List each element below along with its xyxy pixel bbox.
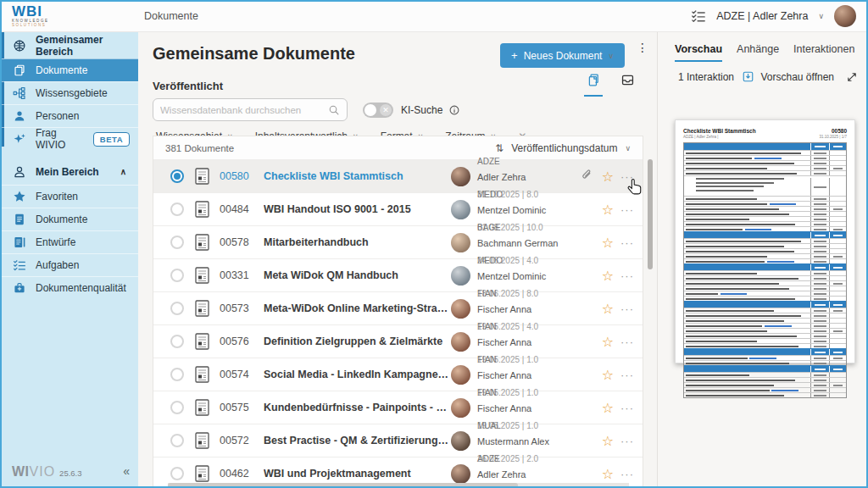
main-content: Gemeinsame Dokumente + Neues Dokument ∨ … <box>138 32 657 488</box>
document-title[interactable]: Mitarbeiterhandbuch <box>264 236 451 248</box>
row-menu-button[interactable]: ··· <box>619 203 636 216</box>
sidebar-section-header[interactable]: Mein Bereich∧ <box>0 158 138 185</box>
radio-button[interactable] <box>170 236 184 249</box>
sidebar-collapse-button[interactable]: « <box>123 464 130 478</box>
favorite-star-icon[interactable]: ☆ <box>597 466 619 482</box>
document-count: 381 Dokumente <box>165 143 234 153</box>
sidebar-item-dokumentenqualit-t[interactable]: Dokumentenqualität <box>0 276 138 299</box>
avatar <box>451 299 470 319</box>
page-menu-button[interactable]: ⋮ <box>637 46 645 50</box>
sidebar-item-entw-rfe[interactable]: Entwürfe <box>0 230 138 253</box>
new-document-button[interactable]: + Neues Dokument ∨ <box>500 43 625 68</box>
radio-button[interactable] <box>170 335 184 348</box>
documents-view-icon[interactable] <box>584 73 603 97</box>
sidebar-section-header[interactable]: Gemeinsamer Bereich <box>0 32 138 58</box>
horizontal-scrollbar[interactable] <box>168 483 629 488</box>
document-title[interactable]: WBI Handout ISO 9001 - 2015 <box>264 203 451 215</box>
author-name: Mentzel Dominic <box>477 271 546 281</box>
favorite-star-icon[interactable]: ☆ <box>597 235 619 251</box>
sidebar-item-dokumente[interactable]: Dokumente <box>0 208 138 230</box>
radio-button[interactable] <box>170 368 184 381</box>
user-menu-chevron-icon[interactable]: ∨ <box>818 12 824 20</box>
document-id: 00573 <box>220 302 259 314</box>
radio-button[interactable] <box>170 302 184 315</box>
app-window: WBI KNOWLEDGE SOLUTIONS Dokumente ADZE |… <box>0 0 868 488</box>
breadcrumb: Dokumente <box>144 10 198 22</box>
document-id: 00484 <box>220 203 259 215</box>
open-preview-link[interactable]: Vorschau öffnen <box>742 70 834 83</box>
user-menu-label[interactable]: ADZE | Adler Zehra <box>716 10 808 22</box>
row-menu-button[interactable]: ··· <box>619 402 636 414</box>
radio-button[interactable] <box>170 467 184 480</box>
checklist-icon <box>13 258 26 272</box>
favorite-star-icon[interactable]: ☆ <box>597 202 619 218</box>
author-name: Fischer Anna <box>477 370 531 380</box>
expand-preview-icon[interactable] <box>846 71 858 83</box>
favorite-star-icon[interactable]: ☆ <box>597 268 619 284</box>
sidebar-item-label: Frag WIVIO <box>36 127 84 151</box>
radio-button[interactable] <box>170 434 184 447</box>
status-tab-veroeffentlicht[interactable]: Veröffentlicht <box>153 80 223 92</box>
view-toggle-group <box>584 73 637 97</box>
tab-vorschau[interactable]: Vorschau <box>675 43 722 62</box>
document-title[interactable]: Meta WiDok QM Handbuch <box>264 269 451 281</box>
row-menu-button[interactable]: ··· <box>619 236 636 249</box>
vertical-scrollbar[interactable] <box>648 159 653 269</box>
top-bar: WBI KNOWLEDGE SOLUTIONS Dokumente ADZE |… <box>0 0 868 32</box>
author-code: MEDO <box>477 190 503 199</box>
document-preview-thumbnail[interactable]: Checkliste WBI Stammtisch ADZE | Adler Z… <box>675 119 855 363</box>
wbi-logo[interactable]: WBI KNOWLEDGE SOLUTIONS <box>12 4 114 27</box>
document-id: 00331 <box>220 269 259 281</box>
author-code: FIAN <box>477 355 497 364</box>
person-outline-icon <box>13 165 26 179</box>
favorite-star-icon[interactable]: ☆ <box>597 301 619 317</box>
sidebar-item-aufgaben[interactable]: Aufgaben <box>0 253 138 276</box>
favorite-star-icon[interactable]: ☆ <box>597 334 619 350</box>
favorite-star-icon[interactable]: ☆ <box>597 169 619 185</box>
favorite-star-icon[interactable]: ☆ <box>597 433 619 449</box>
ki-suche-toggle[interactable]: ✕ <box>363 103 393 118</box>
tasks-icon[interactable] <box>691 8 706 24</box>
document-icon <box>195 168 209 185</box>
document-title[interactable]: Social Media - LinkedIn Kampagnen erstel… <box>264 369 451 380</box>
document-title[interactable]: Kundenbedürfnisse - Painpoints - Usecase… <box>264 402 451 413</box>
inbox-view-icon[interactable] <box>618 73 637 97</box>
author-name: Fischer Anna <box>477 403 531 413</box>
search-icon[interactable] <box>328 104 340 116</box>
document-title[interactable]: WBI und Projektmanagement <box>264 468 451 480</box>
sidebar-item-wissensgebiete[interactable]: Wissensgebiete <box>0 81 138 104</box>
favorite-star-icon[interactable]: ☆ <box>597 367 619 383</box>
favorite-star-icon[interactable]: ☆ <box>597 400 619 416</box>
radio-button[interactable] <box>170 169 184 183</box>
row-menu-button[interactable]: ··· <box>619 468 636 480</box>
tab-anhänge[interactable]: Anhänge <box>737 43 779 62</box>
author-code: BAGE <box>477 223 501 232</box>
row-menu-button[interactable]: ··· <box>619 336 636 348</box>
tab-interaktionen[interactable]: Interaktionen <box>793 43 854 62</box>
document-icon <box>195 366 209 383</box>
radio-button[interactable] <box>170 202 184 216</box>
draft-icon <box>13 236 26 249</box>
radio-button[interactable] <box>170 269 184 282</box>
sidebar-item-personen[interactable]: Personen <box>0 104 138 127</box>
sidebar-item-dokumente[interactable]: Dokumente <box>0 58 138 81</box>
document-title[interactable]: Best Practise - QM & Zertifizierungen ab… <box>264 435 451 446</box>
avatar <box>451 200 470 219</box>
chevron-up-icon[interactable]: ∧ <box>120 167 126 176</box>
row-menu-button[interactable]: ··· <box>619 269 636 282</box>
row-menu-button[interactable]: ··· <box>619 302 636 315</box>
documents-icon <box>13 64 26 77</box>
sidebar-item-frag-wivio[interactable]: Frag WIVIOBETA <box>0 127 138 150</box>
user-avatar[interactable] <box>834 5 856 27</box>
document-title[interactable]: Definition Zielgruppen & Zielmärkte <box>264 336 451 347</box>
document-title[interactable]: Checkliste WBI Stammtisch <box>264 170 451 182</box>
document-id: 00572 <box>220 435 259 446</box>
document-title[interactable]: Meta-WiDok Online Marketing-Strategie <box>264 302 451 314</box>
sidebar-item-favoriten[interactable]: Favoriten <box>0 185 138 208</box>
search-input[interactable] <box>160 105 328 115</box>
avatar <box>451 464 470 484</box>
radio-button[interactable] <box>170 401 184 414</box>
row-menu-button[interactable]: ··· <box>619 435 636 447</box>
row-menu-button[interactable]: ··· <box>619 369 636 381</box>
info-icon[interactable] <box>448 104 460 116</box>
